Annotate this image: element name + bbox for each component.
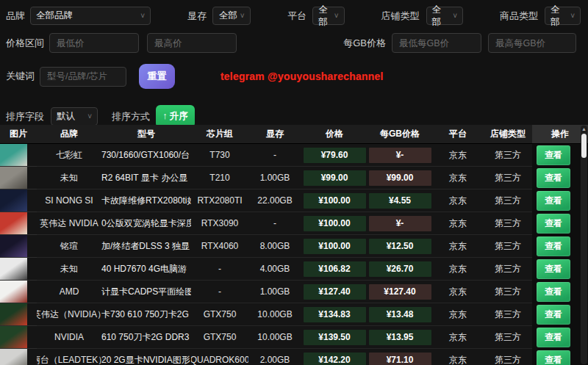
platform-cell: 京东 <box>432 281 484 303</box>
price-cell: ¥139.50 <box>301 326 368 349</box>
header-chipset: 芯片组 <box>191 125 248 143</box>
product-thumbnail[interactable] <box>0 235 27 257</box>
shop-type-cell: 第三方 <box>484 349 532 365</box>
platform-select[interactable]: 全部 ˅ <box>312 7 344 25</box>
pergb-price-cell: ¥13.48 <box>368 303 432 326</box>
table-row: 铭瑄 加/终结者DLSS 3 独显 RTX4060 8.00GB ¥100.00… <box>0 235 588 258</box>
table-row: 英伟达 NVIDIA 0公版双宽涡轮显卡深度 RTX3090 - ¥100.00… <box>0 212 588 235</box>
price-cell: ¥142.20 <box>301 349 368 365</box>
brand-cell: 七彩虹 <box>37 144 101 167</box>
shop-type-select[interactable]: 全部 ˅ <box>426 7 464 25</box>
price-cell: ¥100.00 <box>301 235 368 258</box>
product-thumbnail[interactable] <box>0 189 27 212</box>
action-cell: 查看 <box>532 212 588 235</box>
sort-field-select[interactable]: 默认 ˅ <box>51 107 98 126</box>
pergb-price-badge: ¥13.95 <box>369 330 431 345</box>
chevron-down-icon: ˅ <box>453 12 457 20</box>
pergb-price-cell: ¥71.10 <box>368 349 432 365</box>
price-min-input[interactable] <box>49 33 139 53</box>
pergb-price-badge: ¥127.40 <box>369 284 431 300</box>
brand-cell: 英伟达 NVIDIA <box>37 212 101 235</box>
header-action: 操作 <box>532 125 588 143</box>
model-cell: 40 HD7670 4G电脑游 <box>101 258 191 281</box>
view-button[interactable]: 查看 <box>537 236 570 256</box>
platform-cell: 京东 <box>432 303 484 326</box>
platform-cell: 京东 <box>432 212 484 235</box>
platform-cell: 京东 <box>432 235 484 258</box>
vram-select[interactable]: 全部 ˅ <box>212 7 251 25</box>
chevron-down-icon: ˅ <box>87 112 92 120</box>
vram-label: 显存 <box>187 10 207 23</box>
brand-label: 品牌 <box>6 10 25 23</box>
header-shop-type: 店铺类型 <box>484 125 532 143</box>
chipset-cell: RTX2080TI <box>191 189 248 212</box>
view-button[interactable]: 查看 <box>537 145 570 165</box>
product-type-label: 商品类型 <box>500 10 538 23</box>
keyword-input[interactable] <box>40 67 126 87</box>
view-button[interactable]: 查看 <box>537 305 570 325</box>
action-cell: 查看 <box>532 189 588 212</box>
brand-cell: 英伟达（NVIDIA） <box>37 303 101 326</box>
price-max-input[interactable] <box>147 33 237 53</box>
view-button[interactable]: 查看 <box>537 350 570 365</box>
product-image-cell <box>0 235 37 258</box>
model-cell: 加/终结者DLSS 3 独显 <box>101 235 191 258</box>
filter-row-primary: 品牌 全部品牌 ˅ 显存 全部 ˅ 平台 全部 ˅ 店铺类型 全部 ˅ 商品类型… <box>0 0 588 25</box>
price-cell: ¥100.00 <box>301 212 368 235</box>
brand-select[interactable]: 全部品牌 ˅ <box>30 7 151 25</box>
shop-type-cell: 第三方 <box>484 212 532 235</box>
product-thumbnail[interactable] <box>0 303 27 325</box>
product-thumbnail[interactable] <box>0 258 27 280</box>
table-row: 丽台（LEADTEK） 20 2G显卡NVIDIA图形 QUADROK600 2… <box>0 349 588 365</box>
view-button[interactable]: 查看 <box>537 282 570 302</box>
chipset-cell: GTX750 <box>191 303 248 326</box>
scroll-up-arrow-icon[interactable]: ▲ <box>581 126 587 133</box>
product-thumbnail[interactable] <box>0 167 27 189</box>
shop-type-cell: 第三方 <box>484 144 532 167</box>
pergb-max-input[interactable] <box>488 33 576 53</box>
chipset-cell: T210 <box>191 167 248 189</box>
model-cell: 计显卡CADPS平面绘图 <box>101 281 191 303</box>
brand-cell: SI NONG SI <box>37 189 101 212</box>
product-image-cell <box>0 144 37 167</box>
table-body: 七彩虹 730/1660/GTX1060/台 T730 - ¥79.60 ¥- … <box>0 144 588 365</box>
model-cell: R2 64BIT 显卡 办公显 <box>101 167 191 189</box>
results-table: 图片 品牌 型号 芯片组 显存 价格 每GB价格 平台 店铺类型 操作 七彩虹 … <box>0 125 588 365</box>
shop-type-cell: 第三方 <box>484 167 532 189</box>
view-button[interactable]: 查看 <box>537 191 570 211</box>
platform-cell: 京东 <box>432 326 484 349</box>
view-button[interactable]: 查看 <box>537 214 570 234</box>
view-button[interactable]: 查看 <box>537 259 570 279</box>
product-type-select-value: 全部 <box>551 4 566 29</box>
product-type-select[interactable]: 全部 ˅ <box>545 7 581 25</box>
price-cell: ¥134.83 <box>301 303 368 326</box>
pergb-price-badge: ¥12.50 <box>369 239 431 254</box>
product-thumbnail[interactable] <box>0 144 27 166</box>
pergb-min-input[interactable] <box>392 33 481 53</box>
view-button[interactable]: 查看 <box>537 328 570 347</box>
view-button[interactable]: 查看 <box>537 168 570 188</box>
scrollbar-thumb[interactable] <box>581 134 587 158</box>
product-thumbnail[interactable] <box>0 349 27 365</box>
product-thumbnail[interactable] <box>0 281 27 303</box>
brand-cell: 铭瑄 <box>37 235 101 258</box>
chipset-cell: - <box>191 258 248 281</box>
shop-type-cell: 第三方 <box>484 189 532 212</box>
vram-cell: 1.00GB <box>248 281 301 303</box>
telegram-watermark: telegram @youyousharechannel <box>220 71 384 82</box>
vram-cell: 4.00GB <box>248 258 301 281</box>
product-thumbnail[interactable] <box>0 212 27 234</box>
price-badge: ¥134.83 <box>304 307 366 322</box>
reset-button[interactable]: 重置 <box>139 64 175 89</box>
model-cell: 卡730 610 750刀卡2G <box>101 303 191 326</box>
vram-cell: 10.00GB <box>248 326 301 349</box>
chipset-cell: RTX4060 <box>191 235 248 258</box>
product-thumbnail[interactable] <box>0 326 27 348</box>
pergb-price-cell: ¥12.50 <box>368 235 432 258</box>
table-scrollbar[interactable]: ▲ <box>581 126 587 364</box>
shop-type-cell: 第三方 <box>484 235 532 258</box>
product-image-cell <box>0 189 37 212</box>
platform-cell: 京东 <box>432 144 484 167</box>
model-cell: 卡故障维修RTX2080ti好 <box>101 189 191 212</box>
pergb-price-badge: ¥- <box>369 148 431 163</box>
